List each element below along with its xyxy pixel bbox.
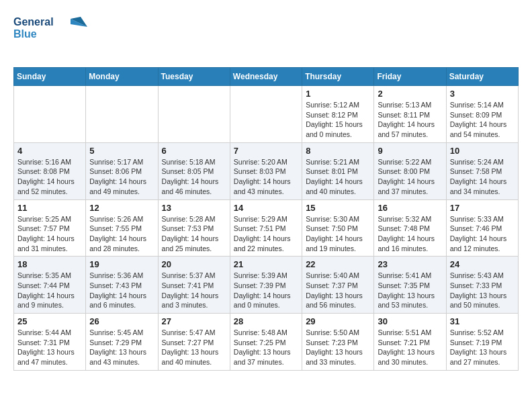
day-header-sunday: Sunday xyxy=(14,68,86,86)
day-number: 21 xyxy=(234,259,298,269)
day-number: 27 xyxy=(162,316,226,326)
cell-text: Sunrise: 5:28 AM Sunset: 7:53 PM Dayligh… xyxy=(162,214,226,254)
cal-cell: 26Sunrise: 5:45 AM Sunset: 7:29 PM Dayli… xyxy=(86,314,158,371)
cell-text: Sunrise: 5:37 AM Sunset: 7:41 PM Dayligh… xyxy=(162,271,226,310)
cal-cell: 1Sunrise: 5:12 AM Sunset: 8:12 PM Daylig… xyxy=(302,86,374,143)
cal-cell: 9Sunrise: 5:22 AM Sunset: 8:00 PM Daylig… xyxy=(374,142,446,199)
cal-cell: 5Sunrise: 5:17 AM Sunset: 8:06 PM Daylig… xyxy=(86,142,158,199)
day-number: 26 xyxy=(89,316,154,326)
day-number: 24 xyxy=(450,259,515,269)
cal-cell: 7Sunrise: 5:20 AM Sunset: 8:03 PM Daylig… xyxy=(230,142,302,199)
cell-text: Sunrise: 5:33 AM Sunset: 7:46 PM Dayligh… xyxy=(450,214,515,254)
cal-cell: 28Sunrise: 5:48 AM Sunset: 7:25 PM Dayli… xyxy=(230,314,302,371)
day-header-saturday: Saturday xyxy=(446,68,518,86)
cal-cell: 10Sunrise: 5:24 AM Sunset: 7:58 PM Dayli… xyxy=(446,142,518,199)
day-header-wednesday: Wednesday xyxy=(230,68,302,86)
day-number: 19 xyxy=(89,259,154,269)
cell-text: Sunrise: 5:50 AM Sunset: 7:23 PM Dayligh… xyxy=(306,328,370,367)
day-number: 12 xyxy=(89,203,154,213)
day-number: 30 xyxy=(378,316,442,326)
day-number: 4 xyxy=(17,146,82,156)
cal-cell: 23Sunrise: 5:41 AM Sunset: 7:35 PM Dayli… xyxy=(374,257,446,314)
cal-cell: 21Sunrise: 5:39 AM Sunset: 7:39 PM Dayli… xyxy=(230,257,302,314)
cell-text: Sunrise: 5:12 AM Sunset: 8:12 PM Dayligh… xyxy=(306,100,370,140)
cell-text: Sunrise: 5:36 AM Sunset: 7:43 PM Dayligh… xyxy=(89,271,154,310)
cell-text: Sunrise: 5:48 AM Sunset: 7:25 PM Dayligh… xyxy=(234,328,298,367)
day-number: 28 xyxy=(234,316,298,326)
day-number: 22 xyxy=(306,259,370,269)
cell-text: Sunrise: 5:52 AM Sunset: 7:19 PM Dayligh… xyxy=(450,328,515,367)
day-number: 2 xyxy=(378,89,442,99)
cell-text: Sunrise: 5:35 AM Sunset: 7:44 PM Dayligh… xyxy=(17,271,82,310)
cell-text: Sunrise: 5:41 AM Sunset: 7:35 PM Dayligh… xyxy=(378,271,442,310)
cal-cell: 29Sunrise: 5:50 AM Sunset: 7:23 PM Dayli… xyxy=(302,314,374,371)
cal-cell: 31Sunrise: 5:52 AM Sunset: 7:19 PM Dayli… xyxy=(446,314,518,371)
cell-text: Sunrise: 5:16 AM Sunset: 8:08 PM Dayligh… xyxy=(17,157,82,197)
day-number: 31 xyxy=(450,316,515,326)
day-header-thursday: Thursday xyxy=(302,68,374,86)
cal-cell xyxy=(14,86,86,143)
day-number: 17 xyxy=(450,203,515,213)
day-number: 1 xyxy=(306,89,370,99)
cell-text: Sunrise: 5:45 AM Sunset: 7:29 PM Dayligh… xyxy=(89,328,154,367)
day-header-tuesday: Tuesday xyxy=(158,68,230,86)
cal-cell: 8Sunrise: 5:21 AM Sunset: 8:01 PM Daylig… xyxy=(302,142,374,199)
day-number: 14 xyxy=(234,203,298,213)
cal-cell: 13Sunrise: 5:28 AM Sunset: 7:53 PM Dayli… xyxy=(158,199,230,257)
cell-text: Sunrise: 5:32 AM Sunset: 7:48 PM Dayligh… xyxy=(378,214,442,254)
cell-text: Sunrise: 5:14 AM Sunset: 8:09 PM Dayligh… xyxy=(450,100,515,140)
day-number: 9 xyxy=(378,146,442,156)
svg-text:General: General xyxy=(13,16,54,28)
cal-cell: 12Sunrise: 5:26 AM Sunset: 7:55 PM Dayli… xyxy=(86,199,158,257)
cal-cell xyxy=(158,86,230,143)
day-number: 6 xyxy=(162,146,226,156)
day-number: 15 xyxy=(306,203,370,213)
cal-cell: 2Sunrise: 5:13 AM Sunset: 8:11 PM Daylig… xyxy=(374,86,446,143)
day-number: 10 xyxy=(450,146,515,156)
cal-cell: 19Sunrise: 5:36 AM Sunset: 7:43 PM Dayli… xyxy=(86,257,158,314)
cal-cell: 4Sunrise: 5:16 AM Sunset: 8:08 PM Daylig… xyxy=(14,142,86,199)
cal-cell: 25Sunrise: 5:44 AM Sunset: 7:31 PM Dayli… xyxy=(14,314,86,371)
cell-text: Sunrise: 5:40 AM Sunset: 7:37 PM Dayligh… xyxy=(306,271,370,310)
logo-text: General Blue xyxy=(13,13,87,43)
calendar-row-1: 1Sunrise: 5:12 AM Sunset: 8:12 PM Daylig… xyxy=(14,86,519,143)
cal-cell: 30Sunrise: 5:51 AM Sunset: 7:21 PM Dayli… xyxy=(374,314,446,371)
day-header-friday: Friday xyxy=(374,68,446,86)
day-number: 25 xyxy=(17,316,82,326)
cal-cell: 3Sunrise: 5:14 AM Sunset: 8:09 PM Daylig… xyxy=(446,86,518,143)
cell-text: Sunrise: 5:43 AM Sunset: 7:33 PM Dayligh… xyxy=(450,271,515,310)
cal-cell: 22Sunrise: 5:40 AM Sunset: 7:37 PM Dayli… xyxy=(302,257,374,314)
calendar-table: SundayMondayTuesdayWednesdayThursdayFrid… xyxy=(13,67,519,371)
day-number: 8 xyxy=(306,146,370,156)
cell-text: Sunrise: 5:47 AM Sunset: 7:27 PM Dayligh… xyxy=(162,328,226,367)
cell-text: Sunrise: 5:39 AM Sunset: 7:39 PM Dayligh… xyxy=(234,271,298,310)
cal-cell: 27Sunrise: 5:47 AM Sunset: 7:27 PM Dayli… xyxy=(158,314,230,371)
logo: General Blue xyxy=(13,13,519,43)
cell-text: Sunrise: 5:21 AM Sunset: 8:01 PM Dayligh… xyxy=(306,157,370,197)
day-header-monday: Monday xyxy=(86,68,158,86)
day-number: 29 xyxy=(306,316,370,326)
cal-cell: 24Sunrise: 5:43 AM Sunset: 7:33 PM Dayli… xyxy=(446,257,518,314)
cal-cell: 18Sunrise: 5:35 AM Sunset: 7:44 PM Dayli… xyxy=(14,257,86,314)
cal-cell xyxy=(230,86,302,143)
cal-cell: 11Sunrise: 5:25 AM Sunset: 7:57 PM Dayli… xyxy=(14,199,86,257)
day-number: 3 xyxy=(450,89,515,99)
cell-text: Sunrise: 5:17 AM Sunset: 8:06 PM Dayligh… xyxy=(89,157,154,197)
cal-cell: 17Sunrise: 5:33 AM Sunset: 7:46 PM Dayli… xyxy=(446,199,518,257)
cell-text: Sunrise: 5:20 AM Sunset: 8:03 PM Dayligh… xyxy=(234,157,298,197)
cal-cell: 16Sunrise: 5:32 AM Sunset: 7:48 PM Dayli… xyxy=(374,199,446,257)
calendar-header: SundayMondayTuesdayWednesdayThursdayFrid… xyxy=(14,68,519,86)
cell-text: Sunrise: 5:18 AM Sunset: 8:05 PM Dayligh… xyxy=(162,157,226,197)
calendar-row-2: 4Sunrise: 5:16 AM Sunset: 8:08 PM Daylig… xyxy=(14,142,519,199)
cal-cell: 6Sunrise: 5:18 AM Sunset: 8:05 PM Daylig… xyxy=(158,142,230,199)
calendar-row-3: 11Sunrise: 5:25 AM Sunset: 7:57 PM Dayli… xyxy=(14,199,519,257)
top-area: General Blue xyxy=(13,13,519,60)
day-number: 13 xyxy=(162,203,226,213)
cell-text: Sunrise: 5:25 AM Sunset: 7:57 PM Dayligh… xyxy=(17,214,82,254)
day-number: 7 xyxy=(234,146,298,156)
cell-text: Sunrise: 5:44 AM Sunset: 7:31 PM Dayligh… xyxy=(17,328,82,367)
day-number: 23 xyxy=(378,259,442,269)
cell-text: Sunrise: 5:29 AM Sunset: 7:51 PM Dayligh… xyxy=(234,214,298,254)
cell-text: Sunrise: 5:22 AM Sunset: 8:00 PM Dayligh… xyxy=(378,157,442,197)
cell-text: Sunrise: 5:51 AM Sunset: 7:21 PM Dayligh… xyxy=(378,328,442,367)
